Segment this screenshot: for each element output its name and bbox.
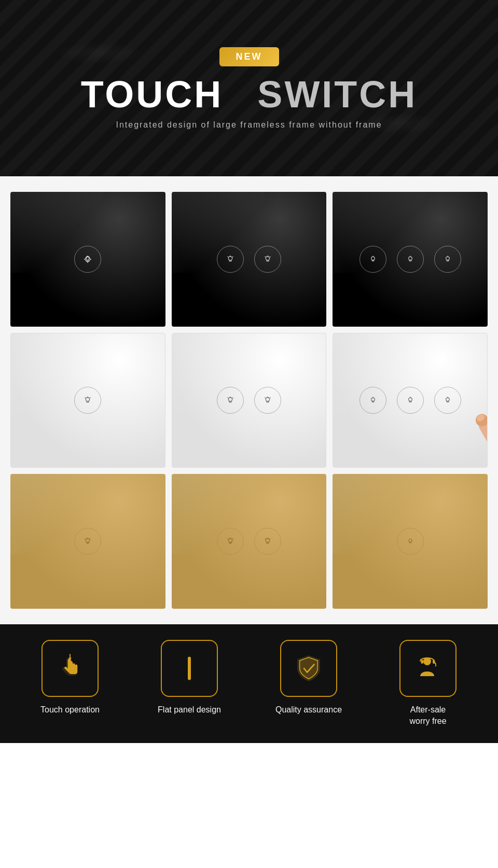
switch-icons-g1 [74,528,101,555]
svg-point-9 [266,257,269,260]
svg-point-44 [476,413,486,423]
svg-line-26 [232,398,233,398]
svg-point-5 [228,257,232,260]
bulb-icon-w3-3 [434,387,461,414]
hero-title-word1: TOUCH [81,74,224,115]
switch-icons-w3 [359,387,461,414]
switch-icons-g2 [217,528,281,555]
shield-check-icon [293,653,324,684]
svg-point-19 [86,398,90,401]
bulb-icon-g1 [74,528,101,555]
svg-point-53 [266,539,269,542]
svg-point-17 [446,257,449,260]
feature-aftersale: After-saleworry free [376,640,480,727]
hero-title-word2: SWITCH [257,74,417,115]
bulb-icon-w3-1 [359,387,386,414]
switch-icons-2 [217,246,281,273]
switch-white-3gang[interactable] [333,333,488,468]
svg-point-39 [474,412,488,429]
bulb-icon-g2-2 [254,528,281,555]
svg-point-27 [266,398,269,401]
feature-quality: Quality assurance [257,640,361,716]
touch-operation-label: Touch operation [40,704,100,716]
new-badge: NEW [219,47,279,66]
svg-line-47 [85,539,86,539]
switch-white-2gang[interactable] [172,333,327,468]
svg-point-37 [486,455,488,468]
bulb-icon-w1 [74,387,101,414]
svg-point-45 [86,539,90,542]
svg-line-55 [265,539,265,539]
bulb-icon-2 [254,246,281,273]
svg-line-51 [227,539,228,539]
svg-line-30 [270,398,270,398]
switch-gold-1gang[interactable] [10,474,165,609]
bulb-icon [74,246,101,273]
svg-line-8 [232,257,233,257]
svg-point-35 [446,398,449,401]
flat-panel-icon [174,653,205,684]
svg-line-48 [90,539,90,539]
touch-operation-icon-box [42,640,99,697]
switch-icons-w1 [74,387,101,414]
bulb-icon-b3-3 [434,246,461,273]
finger-touch-icon [54,653,86,684]
switch-gold-3gang[interactable] [333,474,488,609]
switch-black-3gang[interactable] [333,192,488,327]
features-section: Touch operation Flat panel design Qualit… [0,624,498,743]
quality-label: Quality assurance [275,704,342,716]
switch-icons-g3 [397,528,424,555]
svg-line-22 [90,398,90,398]
svg-point-13 [371,257,375,260]
flat-panel-label: Flat panel design [158,704,221,716]
bulb-icon-w2-2 [254,387,281,414]
quality-icon-box [280,640,337,697]
bulb-icon-b3-2 [397,246,424,273]
bulb-icon-g3-1 [397,528,424,555]
svg-line-21 [85,398,86,398]
svg-point-15 [408,257,412,260]
hero-subtitle: Integrated design of large frameless fra… [116,120,382,130]
svg-point-31 [371,398,375,401]
svg-line-11 [265,257,265,257]
bulb-icon-1 [217,246,244,273]
svg-line-52 [232,539,233,539]
svg-rect-38 [477,417,488,468]
svg-point-33 [408,398,412,401]
switch-icons-1 [74,246,101,273]
svg-line-29 [265,398,265,398]
product-grid [10,192,488,609]
bulb-icon-w3-2 [397,387,424,414]
hero-section: NEW TOUCH SWITCH Integrated design of la… [0,0,498,176]
switch-gold-2gang[interactable] [172,474,327,609]
svg-line-12 [270,257,270,257]
svg-line-25 [227,398,228,398]
aftersale-icon-box [399,640,457,697]
switch-black-2gang[interactable] [172,192,327,327]
feature-flat-panel: Flat panel design [137,640,241,716]
switch-white-1gang[interactable] [10,333,165,468]
switch-icons-w2 [217,387,281,414]
aftersale-label: After-saleworry free [409,704,446,727]
svg-line-56 [270,539,270,539]
svg-line-7 [227,257,228,257]
feature-touch-operation: Touch operation [18,640,122,716]
bulb-icon-w2-1 [217,387,244,414]
switch-icons-3 [359,246,461,273]
svg-point-57 [409,539,412,542]
svg-point-49 [228,539,232,542]
flat-panel-icon-box [161,640,218,697]
person-service-icon [412,653,444,684]
product-section [0,176,498,624]
svg-point-58 [69,657,72,660]
svg-rect-60 [188,657,191,680]
bulb-icon-g2-1 [217,528,244,555]
switch-black-1gang[interactable] [10,192,165,327]
svg-point-23 [228,398,232,401]
finger-hand-overlay [425,372,488,468]
hero-title: TOUCH SWITCH [81,76,418,113]
svg-rect-63 [421,660,424,664]
bulb-icon-b3-1 [359,246,386,273]
